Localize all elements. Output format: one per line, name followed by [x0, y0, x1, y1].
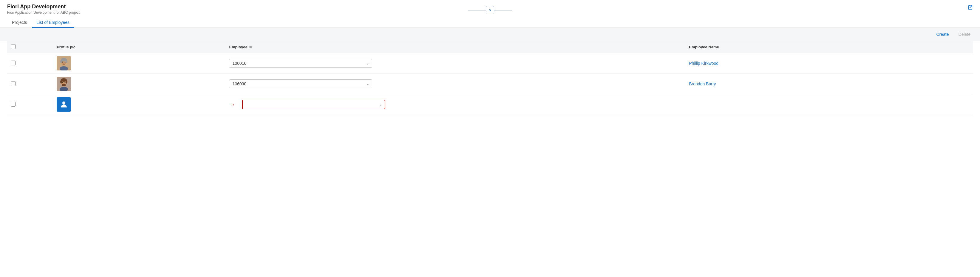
row1-emp-name-link[interactable]: Phillip Kirkwood — [689, 61, 718, 66]
row2-checkbox-cell — [7, 74, 53, 94]
collapse-button[interactable]: ∨ — [486, 6, 494, 14]
row2-profile-cell — [53, 74, 226, 94]
svg-point-7 — [65, 62, 65, 63]
external-link-icon[interactable] — [967, 5, 973, 12]
row1-checkbox-cell — [7, 53, 53, 74]
row2-empid-select[interactable]: 106030 106016 — [229, 79, 372, 88]
row1-empid-select-wrapper: 106016 106030 ⌄ — [229, 59, 372, 68]
employee-table-container: Profile pic Employee ID Employee Name — [0, 41, 980, 115]
svg-point-19 — [64, 83, 64, 84]
header-employee-id: Employee ID — [226, 41, 685, 53]
row1-empid-select[interactable]: 106016 106030 — [229, 59, 372, 68]
row2-empid-cell: 106030 106016 ⌄ — [226, 74, 685, 94]
table-header-row: Profile pic Employee ID Employee Name — [7, 41, 973, 53]
row3-arrow-indicator: → — [229, 101, 235, 108]
row1-avatar — [57, 56, 71, 70]
collapse-control: ∨ — [468, 6, 512, 14]
row3-avatar-placeholder — [57, 97, 71, 112]
app-header: Fiori App Development Fiori Application … — [0, 0, 980, 28]
svg-point-4 — [60, 60, 62, 63]
svg-point-8 — [64, 63, 64, 64]
row2-avatar — [57, 77, 71, 91]
row3-empid-cell: → 106016 106030 ⌄ — [226, 94, 685, 115]
tab-bar: Projects List of Employees — [7, 18, 973, 27]
row3-checkbox[interactable] — [11, 102, 16, 107]
svg-point-17 — [62, 82, 63, 83]
row1-profile-cell — [53, 53, 226, 74]
svg-point-14 — [60, 80, 62, 83]
row3-empid-select[interactable]: 106016 106030 — [242, 100, 385, 109]
delete-button[interactable]: Delete — [956, 31, 973, 38]
header-employee-name: Employee Name — [685, 41, 973, 53]
table-row: → 106016 106030 ⌄ — [7, 94, 973, 115]
svg-point-15 — [65, 80, 67, 83]
tab-projects[interactable]: Projects — [7, 18, 32, 28]
row3-profile-cell — [53, 94, 226, 115]
toolbar: Create Delete — [0, 28, 980, 41]
select-all-checkbox[interactable] — [11, 44, 16, 49]
svg-point-6 — [62, 62, 63, 63]
employee-table: Profile pic Employee ID Employee Name — [7, 41, 973, 115]
row3-empname-cell — [685, 94, 973, 115]
table-row: 106030 106016 ⌄ Brendon Barry — [7, 74, 973, 94]
tab-list-of-employees[interactable]: List of Employees — [32, 18, 75, 28]
row2-empid-select-wrapper: 106030 106016 ⌄ — [229, 79, 372, 88]
header-profile-pic: Profile pic — [53, 41, 226, 53]
row3-empid-select-wrapper: 106016 106030 ⌄ — [242, 100, 385, 109]
row2-emp-name-link[interactable]: Brendon Barry — [689, 82, 716, 86]
row2-empname-cell: Brendon Barry — [685, 74, 973, 94]
row3-checkbox-cell — [7, 94, 53, 115]
svg-point-5 — [65, 60, 67, 63]
row1-empname-cell: Phillip Kirkwood — [685, 53, 973, 74]
create-button[interactable]: Create — [934, 31, 951, 38]
table-row: 106016 106030 ⌄ Phillip Kirkwood — [7, 53, 973, 74]
row1-checkbox[interactable] — [11, 61, 16, 66]
row1-empid-cell: 106016 106030 ⌄ — [226, 53, 685, 74]
header-checkbox-cell — [7, 41, 53, 53]
svg-point-18 — [65, 82, 65, 83]
row2-checkbox[interactable] — [11, 81, 16, 86]
